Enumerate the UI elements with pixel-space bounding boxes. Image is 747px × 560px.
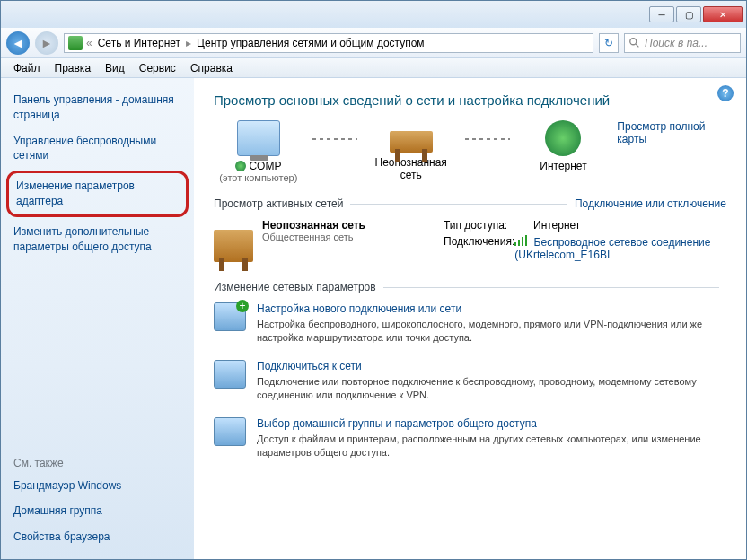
- prop-access-value: Интернет: [533, 219, 580, 232]
- sidebar-adapter-highlighted: Изменение параметров адаптера: [6, 171, 189, 217]
- active-network-props: Тип доступа: Интернет Подключения: Беспр…: [444, 219, 726, 265]
- connect-network-icon: [214, 360, 246, 389]
- section-change-settings: Изменение сетевых параметров: [214, 281, 726, 293]
- task-desc: Подключение или повторное подключение к …: [257, 375, 726, 403]
- main-panel: ? Просмотр основных сведений о сети и на…: [194, 78, 746, 559]
- sidebar: Панель управления - домашняя страница Уп…: [1, 78, 194, 559]
- prop-access-label: Тип доступа:: [444, 219, 533, 232]
- forward-button[interactable]: ►: [35, 31, 58, 55]
- titlebar: ─ ▢ ✕: [1, 1, 746, 28]
- node-unidentified-name: Неопознанная сеть: [366, 156, 456, 181]
- back-button[interactable]: ◄: [6, 31, 30, 55]
- navbar: ◄ ► « Сеть и Интернет ▸ Центр управления…: [1, 28, 746, 58]
- sidebar-browser[interactable]: Свойства браузера: [12, 524, 183, 550]
- close-button[interactable]: ✕: [703, 6, 743, 22]
- connector-line: [312, 138, 357, 140]
- section-title: Изменение сетевых параметров: [214, 281, 376, 293]
- node-internet[interactable]: Интернет: [519, 120, 609, 172]
- help-icon[interactable]: ?: [717, 85, 734, 101]
- task-desc: Настройка беспроводного, широкополосного…: [257, 318, 726, 346]
- sidebar-home[interactable]: Панель управления - домашняя страница: [12, 87, 183, 128]
- minimize-button[interactable]: ─: [649, 6, 674, 22]
- sidebar-adapter-settings[interactable]: Изменение параметров адаптера: [16, 179, 179, 209]
- control-panel-icon: [68, 36, 83, 50]
- active-network-info[interactable]: Неопознанная сеть Общественная сеть: [214, 219, 429, 265]
- chevron-right-icon: ▸: [186, 37, 191, 49]
- task-connect-network[interactable]: Подключиться к сети Подключение или повт…: [214, 360, 726, 403]
- task-desc: Доступ к файлам и принтерам, расположенн…: [257, 433, 726, 460]
- sidebar-wireless[interactable]: Управление беспроводными сетями: [12, 128, 183, 170]
- svg-line-1: [636, 43, 639, 47]
- connect-disconnect-link[interactable]: Подключение или отключение: [575, 197, 726, 210]
- window: ─ ▢ ✕ ◄ ► « Сеть и Интернет ▸ Центр упра…: [0, 0, 747, 560]
- bench-icon: [390, 131, 433, 153]
- address-bar[interactable]: « Сеть и Интернет ▸ Центр управления сет…: [64, 33, 593, 53]
- chevron-right-icon: «: [86, 37, 92, 49]
- task-new-connection[interactable]: Настройка нового подключения или сети На…: [214, 302, 726, 346]
- search-icon: [628, 37, 641, 49]
- node-computer-name: COMP: [249, 160, 281, 172]
- node-computer[interactable]: COMP (этот компьютер): [214, 120, 303, 183]
- network-map: COMP (этот компьютер) Неопознанная сеть …: [214, 120, 726, 183]
- divider: [383, 287, 719, 288]
- homegroup-icon: [214, 417, 246, 446]
- sidebar-see-also: См. также Брандмауэр Windows Домашняя гр…: [12, 451, 183, 550]
- menu-help[interactable]: Справка: [183, 60, 240, 76]
- see-also-title: См. также: [12, 451, 183, 473]
- menubar: Файл Правка Вид Сервис Справка: [1, 58, 746, 78]
- connection-name: Беспроводное сетевое соединение (UKrtele…: [514, 236, 710, 261]
- menu-view[interactable]: Вид: [98, 60, 132, 76]
- active-network-name: Неопознанная сеть: [262, 219, 365, 232]
- sidebar-firewall[interactable]: Брандмауэр Windows: [12, 473, 183, 499]
- page-title: Просмотр основных сведений о сети и наст…: [214, 92, 726, 108]
- refresh-button[interactable]: ↻: [599, 33, 619, 53]
- connector-line: [465, 138, 510, 140]
- maximize-button[interactable]: ▢: [676, 6, 701, 22]
- task-title: Выбор домашней группы и параметров общег…: [257, 417, 726, 430]
- full-map-link[interactable]: Просмотр полной карты: [617, 120, 726, 145]
- task-homegroup[interactable]: Выбор домашней группы и параметров общег…: [214, 417, 726, 460]
- prop-connections-label: Подключения:: [444, 235, 514, 261]
- computer-icon: [237, 120, 280, 156]
- search-input[interactable]: Поиск в па...: [624, 33, 741, 53]
- menu-edit[interactable]: Правка: [48, 60, 99, 76]
- content-area: Панель управления - домашняя страница Уп…: [1, 78, 746, 559]
- section-active-networks: Просмотр активных сетей Подключение или …: [214, 197, 726, 210]
- svg-point-0: [630, 38, 637, 44]
- new-connection-icon: [214, 302, 246, 331]
- sidebar-homegroup[interactable]: Домашняя группа: [12, 498, 183, 524]
- active-network-type: Общественная сеть: [262, 232, 365, 242]
- breadcrumb-network[interactable]: Сеть и Интернет: [96, 37, 182, 49]
- task-title: Подключиться к сети: [257, 360, 726, 372]
- node-unidentified[interactable]: Неопознанная сеть: [366, 120, 456, 181]
- globe-icon: [545, 120, 581, 156]
- menu-file[interactable]: Файл: [6, 60, 48, 76]
- bench-icon: [214, 230, 253, 262]
- divider: [350, 204, 567, 205]
- signal-icon: [514, 235, 527, 246]
- node-internet-name: Интернет: [519, 160, 609, 172]
- sidebar-sharing[interactable]: Изменить дополнительные параметры общего…: [12, 219, 183, 260]
- search-placeholder: Поиск в па...: [645, 37, 707, 49]
- menu-service[interactable]: Сервис: [132, 60, 183, 76]
- breadcrumb-sharing-center[interactable]: Центр управления сетями и общим доступом: [195, 37, 426, 49]
- section-title: Просмотр активных сетей: [214, 197, 343, 210]
- prop-connections-link[interactable]: Беспроводное сетевое соединение (UKrtele…: [514, 235, 726, 261]
- task-title: Настройка нового подключения или сети: [257, 302, 726, 315]
- active-network-row: Неопознанная сеть Общественная сеть Тип …: [214, 219, 726, 265]
- task-list: Настройка нового подключения или сети На…: [214, 302, 726, 459]
- globe-small-icon: [235, 161, 246, 171]
- node-computer-sub: (этот компьютер): [214, 172, 303, 183]
